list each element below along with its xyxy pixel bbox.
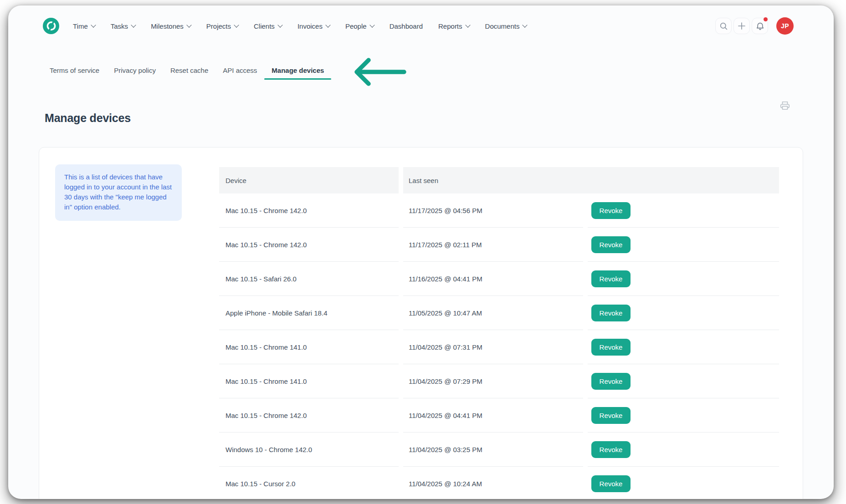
table-row: Mac 10.15 - Chrome 142.011/17/2025 @ 02:… [219,228,779,262]
print-button[interactable] [778,99,792,112]
table-row: Mac 10.15 - Chrome 142.011/17/2025 @ 04:… [219,193,779,228]
revoke-button[interactable]: Revoke [591,236,631,253]
device-cell: Mac 10.15 - Chrome 142.0 [219,228,399,262]
chevron-down-icon [325,22,330,27]
nav-item-projects[interactable]: Projects [206,22,238,30]
annotation-left-arrow-icon [353,57,408,89]
app-window: TimeTasksMilestonesProjectsClientsInvoic… [8,5,834,499]
revoke-button[interactable]: Revoke [591,407,631,424]
table-row: Windows 10 - Chrome 142.011/04/2025 @ 03… [219,433,779,467]
table-row: Mac 10.15 - Chrome 141.011/04/2025 @ 07:… [219,330,779,364]
tab-terms-of-service[interactable]: Terms of service [42,61,107,80]
nav-item-label: Reports [438,22,462,30]
device-cell: Apple iPhone - Mobile Safari 18.4 [219,296,399,330]
search-icon [719,22,728,31]
app-logo[interactable] [43,18,59,34]
device-cell: Windows 10 - Chrome 142.0 [219,433,399,467]
last-seen-cell: 11/17/2025 @ 04:56 PM [403,193,583,228]
brand-ring-icon [43,18,59,34]
column-header-last-seen: Last seen [403,167,779,193]
chevron-down-icon [369,22,374,27]
action-cell: Revoke [588,398,779,433]
revoke-button[interactable]: Revoke [591,441,631,458]
device-cell: Mac 10.15 - Chrome 142.0 [219,398,399,433]
action-cell: Revoke [588,433,779,467]
action-cell: Revoke [588,364,779,398]
search-button[interactable] [715,18,732,34]
action-cell: Revoke [588,330,779,364]
action-cell: Revoke [588,467,779,499]
nav-item-label: Time [73,22,88,30]
action-cell: Revoke [588,193,779,228]
tab-manage-devices[interactable]: Manage devices [264,61,331,80]
bell-icon [756,22,764,31]
notification-badge [764,17,768,21]
chevron-down-icon [91,22,96,27]
revoke-button[interactable]: Revoke [591,305,631,321]
screenshot-canvas: TimeTasksMilestonesProjectsClientsInvoic… [0,0,846,504]
nav-item-label: Invoices [297,22,323,30]
revoke-button[interactable]: Revoke [591,475,631,492]
navbar-actions: JP [715,17,794,35]
action-cell: Revoke [588,296,779,330]
nav-item-label: Dashboard [390,22,423,30]
device-cell: Mac 10.15 - Chrome 142.0 [219,193,399,228]
action-cell: Revoke [588,262,779,296]
last-seen-cell: 11/04/2025 @ 07:29 PM [403,364,583,398]
notifications-button[interactable] [752,18,768,34]
add-button[interactable] [733,18,750,34]
settings-tabs: Terms of servicePrivacy policyReset cach… [42,61,331,80]
printer-icon [780,101,790,111]
table-row: Mac 10.15 - Safari 26.011/16/2025 @ 04:4… [219,262,779,296]
action-cell: Revoke [588,228,779,262]
plus-icon [738,22,746,30]
nav-item-dashboard[interactable]: Dashboard [390,22,423,30]
devices-card: This is a list of devices that have logg… [39,147,803,499]
nav-item-label: Documents [485,22,520,30]
nav-item-invoices[interactable]: Invoices [297,22,330,30]
nav-item-documents[interactable]: Documents [485,22,527,30]
nav-item-label: Projects [206,22,231,30]
nav-item-clients[interactable]: Clients [254,22,282,30]
avatar[interactable]: JP [776,17,794,35]
tab-privacy-policy[interactable]: Privacy policy [107,61,163,80]
page-title: Manage devices [45,112,131,125]
tab-api-access[interactable]: API access [215,61,264,80]
last-seen-cell: 11/05/2025 @ 10:47 AM [403,296,583,330]
table-row: Apple iPhone - Mobile Safari 18.411/05/2… [219,296,779,330]
nav-item-label: People [345,22,367,30]
nav-item-label: Tasks [111,22,128,30]
top-navbar: TimeTasksMilestonesProjectsClientsInvoic… [8,5,834,46]
device-cell: Mac 10.15 - Safari 26.0 [219,262,399,296]
device-cell: Mac 10.15 - Cursor 2.0 [219,467,399,499]
nav-item-people[interactable]: People [345,22,374,30]
device-cell: Mac 10.15 - Chrome 141.0 [219,364,399,398]
chevron-down-icon [131,22,136,27]
device-cell: Mac 10.15 - Chrome 141.0 [219,330,399,364]
revoke-button[interactable]: Revoke [591,373,631,390]
revoke-button[interactable]: Revoke [591,202,631,219]
column-header-device: Device [219,167,399,193]
chevron-down-icon [186,22,191,27]
revoke-button[interactable]: Revoke [591,339,631,356]
nav-item-milestones[interactable]: Milestones [151,22,191,30]
chevron-down-icon [465,22,470,27]
tab-reset-cache[interactable]: Reset cache [163,61,215,80]
table-row: Mac 10.15 - Chrome 141.011/04/2025 @ 07:… [219,364,779,398]
devices-table: Device Last seen Mac 10.15 - Chrome 142.… [219,167,779,499]
device-table-body: Mac 10.15 - Chrome 142.011/17/2025 @ 04:… [219,193,779,499]
nav-item-reports[interactable]: Reports [438,22,470,30]
last-seen-cell: 11/04/2025 @ 10:24 AM [403,467,583,499]
last-seen-cell: 11/04/2025 @ 03:25 PM [403,433,583,467]
last-seen-cell: 11/04/2025 @ 04:41 PM [403,398,583,433]
nav-item-label: Clients [254,22,275,30]
nav-item-time[interactable]: Time [73,22,95,30]
info-note: This is a list of devices that have logg… [55,164,182,221]
chevron-down-icon [523,22,528,27]
revoke-button[interactable]: Revoke [591,270,631,287]
nav-item-label: Milestones [151,22,184,30]
table-row: Mac 10.15 - Chrome 142.011/04/2025 @ 04:… [219,398,779,433]
nav-item-tasks[interactable]: Tasks [111,22,135,30]
table-row: Mac 10.15 - Cursor 2.011/04/2025 @ 10:24… [219,467,779,499]
chevron-down-icon [234,22,239,27]
